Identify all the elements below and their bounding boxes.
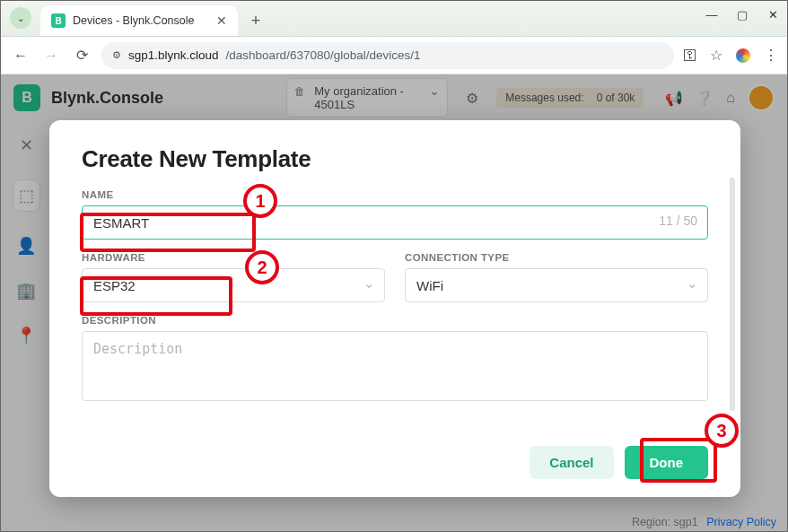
create-template-modal: Create New Template NAME 11 / 50 HARDWAR… xyxy=(49,120,740,497)
description-textarea[interactable] xyxy=(82,331,708,401)
tabsearch-button[interactable]: ⌄ xyxy=(10,7,31,29)
back-button[interactable]: ← xyxy=(10,45,31,66)
site-info-icon[interactable]: ⚙ xyxy=(112,49,121,61)
modal-scrollbar[interactable] xyxy=(730,178,735,411)
close-window-icon[interactable]: ✕ xyxy=(766,8,780,22)
name-label: NAME xyxy=(82,189,708,200)
window-controls: — ▢ ✕ xyxy=(705,8,780,22)
password-icon[interactable]: ⚿ xyxy=(683,48,697,64)
close-tab-icon[interactable]: ✕ xyxy=(216,13,227,28)
browser-tabstrip: ⌄ B Devices - Blynk.Console ✕ + — ▢ ✕ xyxy=(1,1,787,37)
name-input[interactable] xyxy=(82,205,708,240)
forward-button[interactable]: → xyxy=(40,45,62,66)
reload-button[interactable]: ⟳ xyxy=(71,45,92,66)
url-domain: sgp1.blynk.cloud xyxy=(128,48,219,62)
description-label: DESCRIPTION xyxy=(82,315,708,326)
modal-title: Create New Template xyxy=(82,145,708,173)
bookmark-icon[interactable]: ☆ xyxy=(710,47,722,64)
minimize-icon[interactable]: — xyxy=(705,8,719,22)
hardware-select[interactable]: ESP32 xyxy=(82,268,385,302)
hardware-label: HARDWARE xyxy=(82,252,385,263)
name-char-count: 11 / 50 xyxy=(659,214,697,228)
new-tab-button[interactable]: + xyxy=(243,8,268,33)
extension-icon[interactable] xyxy=(735,48,751,64)
cancel-button[interactable]: Cancel xyxy=(530,446,613,479)
connection-label: CONNECTION TYPE xyxy=(405,252,708,263)
maximize-icon[interactable]: ▢ xyxy=(735,8,749,22)
connection-select[interactable]: WiFi xyxy=(405,268,708,302)
tab-favicon: B xyxy=(51,13,66,28)
url-path: /dashboard/637080/global/devices/1 xyxy=(226,48,421,62)
address-bar[interactable]: ⚙ sgp1.blynk.cloud/dashboard/637080/glob… xyxy=(101,42,674,69)
kebab-menu-icon[interactable]: ⋮ xyxy=(764,47,778,64)
browser-tab[interactable]: B Devices - Blynk.Console ✕ xyxy=(40,5,238,36)
tab-title: Devices - Blynk.Console xyxy=(73,14,194,27)
done-button[interactable]: Done xyxy=(625,446,709,479)
browser-toolbar: ← → ⟳ ⚙ sgp1.blynk.cloud/dashboard/63708… xyxy=(1,37,787,74)
